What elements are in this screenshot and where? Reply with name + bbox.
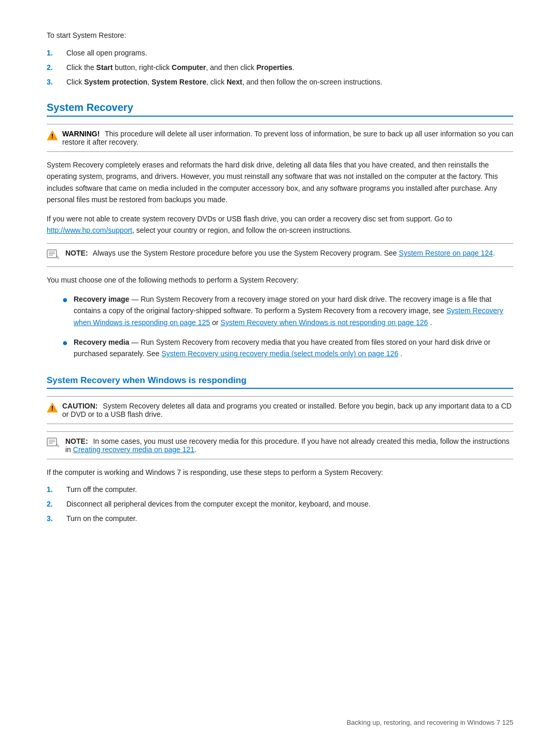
caution-text: CAUTION: System Recovery deletes all dat…: [62, 402, 513, 418]
bullet-2-bold: Recovery media: [74, 338, 129, 346]
note-icon: ✎: [47, 249, 61, 261]
para2-prefix: If you were not able to create system re…: [47, 215, 452, 223]
bullet-1-period: .: [430, 318, 432, 327]
bullet-1-text: Recovery image — Run System Recovery fro…: [74, 293, 513, 328]
system-recovery-responding-heading: System Recovery when Windows is respondi…: [47, 375, 513, 389]
sys-recovery-not-responding-link[interactable]: System Recovery when Windows is not resp…: [220, 318, 428, 327]
step-3-text: Click System protection, System Restore,…: [66, 78, 382, 86]
creating-recovery-media-link[interactable]: Creating recovery media on page 121: [73, 445, 194, 454]
page-footer: Backing up, restoring, and recovering in…: [346, 719, 513, 726]
section1-note-box: ✎ NOTE: Always use the System Restore pr…: [47, 243, 513, 267]
s2-step-1-text: Turn off the computer.: [66, 485, 137, 494]
note2-text: NOTE: In some cases, you must use recove…: [65, 437, 513, 454]
bullet-1-or: or: [212, 318, 220, 327]
s2-step-1-num: 1.: [47, 485, 66, 494]
bullet-2-text: Recovery media — Run System Recovery fro…: [74, 336, 513, 360]
warning-box: ! WARNING! This procedure will delete al…: [47, 124, 513, 152]
note-prefix: Always use the System Restore procedure …: [93, 249, 399, 257]
intro-text: To start System Restore:: [47, 31, 513, 39]
step-1: 1. Close all open programs.: [47, 49, 513, 57]
step-3-num: 3.: [47, 78, 66, 86]
s2-step-2-num: 2.: [47, 500, 66, 508]
warning-text: WARNING! This procedure will delete all …: [62, 130, 513, 146]
note-label: NOTE:: [65, 249, 88, 257]
bullet-2: ● Recovery media — Run System Recovery f…: [62, 336, 513, 360]
svg-text:✎: ✎: [55, 255, 59, 260]
page-content: To start System Restore: 1. Close all op…: [0, 0, 560, 570]
warning-icon: !: [47, 130, 58, 140]
s2-step-2: 2. Disconnect all peripheral devices fro…: [47, 500, 513, 508]
caution-box: ! CAUTION: System Recovery deletes all d…: [47, 396, 513, 424]
caution-icon: !: [47, 402, 58, 413]
note2-suffix: .: [194, 445, 197, 454]
section2-para1: If the computer is working and Windows 7…: [47, 467, 513, 478]
step-2-text: Click the Start button, right-click Comp…: [66, 63, 295, 72]
bullet-2-dot: ●: [62, 335, 74, 350]
note2-label: NOTE:: [65, 437, 88, 445]
bullet-1-bold: Recovery image: [74, 295, 129, 303]
system-recovery-heading: System Recovery: [47, 102, 513, 117]
para2-suffix: , select your country or region, and fol…: [132, 226, 352, 234]
section2-steps: 1. Turn off the computer. 2. Disconnect …: [47, 485, 513, 523]
svg-text:!: !: [51, 132, 53, 140]
svg-text:✎: ✎: [55, 443, 59, 448]
step-2: 2. Click the Start button, right-click C…: [47, 63, 513, 72]
step-2-num: 2.: [47, 63, 66, 72]
sys-recovery-media-link[interactable]: System Recovery using recovery media (se…: [161, 349, 398, 358]
methods-list: ● Recovery image — Run System Recovery f…: [62, 293, 513, 360]
section2-note-box: ✎ NOTE: In some cases, you must use reco…: [47, 431, 513, 459]
intro-steps: 1. Close all open programs. 2. Click the…: [47, 49, 513, 86]
note-text: NOTE: Always use the System Restore proc…: [65, 249, 513, 257]
bullet-1: ● Recovery image — Run System Recovery f…: [62, 293, 513, 328]
warning-label: WARNING!: [62, 130, 100, 138]
caution-body: System Recovery deletes all data and pro…: [62, 402, 512, 418]
step-3: 3. Click System protection, System Resto…: [47, 78, 513, 86]
bullet-1-dot: ●: [62, 292, 74, 307]
step-1-num: 1.: [47, 49, 66, 57]
methods-intro: You must choose one of the following met…: [47, 274, 513, 286]
bullet-1-body: — Run System Recovery from a recovery im…: [74, 295, 492, 315]
s2-step-3-num: 3.: [47, 514, 66, 523]
s2-step-3-text: Turn on the computer.: [66, 514, 137, 523]
footer-text: Backing up, restoring, and recovering in…: [346, 719, 513, 726]
section1-para2: If you were not able to create system re…: [47, 213, 513, 236]
note-suffix: .: [493, 249, 495, 257]
bullet-2-period: .: [400, 349, 402, 358]
s2-step-2-text: Disconnect all peripheral devices from t…: [66, 500, 371, 508]
caution-label: CAUTION:: [62, 402, 97, 410]
system-restore-link[interactable]: System Restore on page 124: [399, 249, 493, 257]
s2-step-3: 3. Turn on the computer.: [47, 514, 513, 523]
note2-icon: ✎: [47, 438, 61, 449]
hp-support-link[interactable]: http://www.hp.com/support: [47, 226, 132, 234]
section1-para1: System Recovery completely erases and re…: [47, 159, 513, 206]
svg-text:!: !: [51, 404, 53, 412]
warning-body: This procedure will delete all user info…: [62, 130, 513, 146]
step-1-text: Close all open programs.: [66, 49, 147, 57]
s2-step-1: 1. Turn off the computer.: [47, 485, 513, 494]
